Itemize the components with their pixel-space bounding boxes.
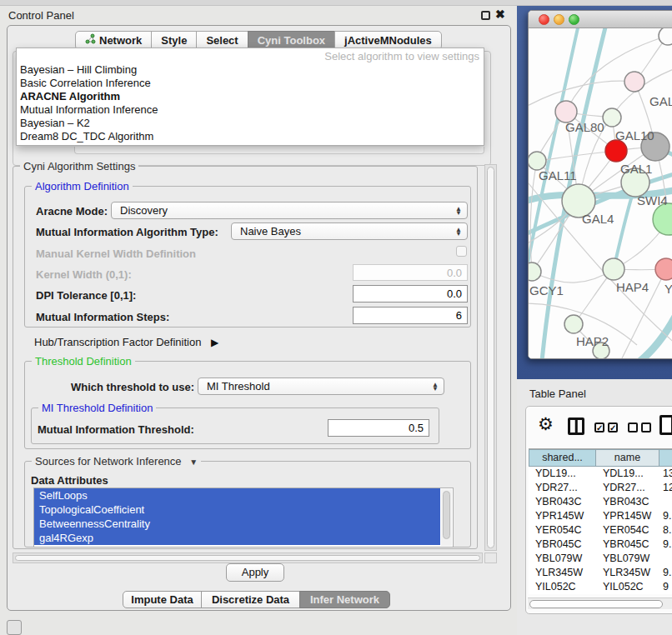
node-red-selected[interactable]: [605, 140, 627, 162]
checked-checkbox-icon[interactable]: ✓: [594, 422, 604, 432]
columns-icon[interactable]: [568, 418, 584, 435]
column-header-partial[interactable]: A: [659, 449, 672, 467]
group-title: Algorithm Definition: [32, 180, 133, 192]
table-row[interactable]: YDL19... YDL19... 13: [529, 467, 672, 481]
which-threshold-select[interactable]: MI Threshold ▲▼: [198, 378, 444, 395]
node-label: GAL4: [582, 212, 614, 226]
screen: Control Panel ✖ Network Style: [0, 0, 672, 635]
unchecked-checkbox-icon[interactable]: [641, 422, 651, 432]
column-header-shared-name[interactable]: shared...: [529, 449, 596, 467]
cell: YDL19...: [596, 467, 659, 481]
data-attributes-list[interactable]: SelfLoops TopologicalCoefficient Between…: [33, 488, 454, 548]
node-swi4[interactable]: [653, 203, 672, 235]
zoom-button[interactable]: [569, 14, 579, 25]
tab-label: Style: [161, 32, 187, 49]
attribute-item-selected[interactable]: gal4RGexp: [34, 531, 440, 545]
attribute-item-selected[interactable]: SelfLoops: [34, 488, 440, 502]
scrollbar-thumb[interactable]: [529, 600, 663, 608]
node-gcy1[interactable]: [529, 262, 541, 281]
cell: YER054C: [529, 523, 596, 538]
sources-title: Sources for Network Inference: [35, 455, 182, 468]
kernel-width-input[interactable]: 0.0: [353, 264, 468, 281]
table-row[interactable]: YER054C YER054C 8.: [529, 523, 672, 538]
node[interactable]: [659, 28, 672, 45]
attribute-item-selected[interactable]: TopologicalCoefficient: [34, 502, 440, 517]
float-panel-icon[interactable]: [481, 11, 490, 20]
page-icon[interactable]: [659, 415, 672, 435]
close-button[interactable]: [539, 14, 549, 25]
dropdown-item[interactable]: Bayesian – K2: [17, 117, 484, 130]
node-hap4[interactable]: [603, 258, 624, 280]
mi-threshold-input[interactable]: 0.5: [328, 419, 429, 437]
chevron-updown-icon: ▲▼: [432, 382, 439, 391]
cell: YBR043C: [529, 495, 596, 509]
checked-checkbox-icon[interactable]: ✓: [608, 422, 618, 432]
tab-infer-network[interactable]: Infer Network: [299, 591, 390, 608]
network-canvas[interactable]: GAL GAL80 GAL10 GAL1 GAL11 GAL4 SWI4 GCY…: [529, 28, 672, 359]
table-row[interactable]: YBR043C YBR043C: [529, 495, 672, 509]
hub-definition-toggle[interactable]: Hub/Transcription Factor Definition ▶: [34, 336, 218, 348]
network-graph: GAL GAL80 GAL10 GAL1 GAL11 GAL4 SWI4 GCY…: [529, 28, 672, 359]
table-panel: Table Panel ⚙ ✓ ✓ shared... name A YDL19…: [517, 379, 672, 635]
node-gal11[interactable]: [529, 152, 546, 170]
mi-type-select[interactable]: Naive Bayes ▲▼: [231, 222, 468, 240]
cell: 9: [659, 580, 672, 594]
dropdown-item[interactable]: Basic Correlation Inference: [17, 77, 484, 90]
aracne-mode-value: Discovery: [120, 204, 168, 217]
cell: YPR145W: [596, 509, 659, 523]
node-gal-partial[interactable]: [624, 72, 644, 92]
apply-button[interactable]: Apply: [226, 563, 284, 582]
collapsed-panel-button[interactable]: [7, 620, 22, 635]
table-horizontal-scrollbar[interactable]: [528, 598, 672, 609]
tab-impute-data[interactable]: Impute Data: [123, 591, 202, 608]
close-icon[interactable]: ✖: [495, 8, 505, 21]
minimize-button[interactable]: [554, 14, 564, 25]
table-row[interactable]: YBR045C YBR045C 9.: [529, 538, 672, 552]
dropdown-item[interactable]: Bayesian – Hill Climbing: [17, 63, 484, 77]
gear-icon[interactable]: ⚙: [538, 414, 554, 434]
attribute-item-selected[interactable]: BetweennessCentrality: [34, 517, 440, 531]
scrollbar-thumb[interactable]: [15, 555, 480, 561]
mi-threshold-label: Mutual Information Threshold:: [38, 423, 194, 436]
dpi-tolerance-input[interactable]: 0.0: [353, 285, 468, 302]
node-gal10[interactable]: [603, 108, 621, 127]
mi-steps-label: Mutual Information Steps:: [36, 311, 169, 323]
dropdown-placeholder: Select algorithm to view settings: [17, 48, 484, 63]
node-label: GCY1: [529, 283, 564, 298]
unchecked-checkbox-icon[interactable]: [628, 422, 638, 432]
table-row[interactable]: YIL052C YIL052C 9: [529, 580, 672, 594]
table-row[interactable]: YPR145W YPR145W 9.: [529, 509, 672, 523]
table-panel-title: Table Panel: [529, 388, 586, 400]
list-scrollbar[interactable]: [441, 489, 452, 546]
network-window-titlebar[interactable]: [529, 11, 672, 28]
algorithm-dropdown-popup: Select algorithm to view settings Bayesi…: [16, 48, 484, 146]
dropdown-item[interactable]: Dream8 DC_TDC Algorithm: [17, 130, 484, 143]
cell: YDL19...: [529, 467, 596, 481]
node-y-partial[interactable]: [655, 258, 672, 280]
dropdown-item-selected[interactable]: ARACNE Algorithm: [17, 90, 484, 103]
mi-type-value: Naive Bayes: [240, 225, 301, 238]
cell: 9.: [659, 509, 672, 523]
mi-steps-input[interactable]: 6: [353, 307, 468, 324]
scrollbar-thumb[interactable]: [487, 167, 494, 548]
cell: YBR043C: [596, 495, 659, 509]
dropdown-item[interactable]: Mutual Information Inference: [17, 103, 484, 117]
table-panel-card: ⚙ ✓ ✓ shared... name A YDL19... YDL19...…: [525, 406, 672, 614]
settings-vertical-scrollbar[interactable]: [484, 164, 497, 551]
tab-discretize-data[interactable]: Discretize Data: [201, 591, 300, 608]
table-row[interactable]: YDR27... YDR27... 12: [529, 481, 672, 495]
settings-horizontal-scrollbar[interactable]: [13, 552, 483, 563]
node-label: HAP4: [616, 280, 649, 294]
sources-toggle[interactable]: Sources for Network Inference ▼: [32, 455, 201, 468]
table-row[interactable]: YBL079W YBL079W: [529, 552, 672, 566]
scrollbar-thumb[interactable]: [443, 491, 450, 539]
manual-kernel-width-checkbox[interactable]: [456, 246, 467, 257]
network-window[interactable]: GAL GAL80 GAL10 GAL1 GAL11 GAL4 SWI4 GCY…: [528, 10, 672, 359]
node-hap2[interactable]: [564, 315, 583, 333]
aracne-mode-select[interactable]: Discovery ▲▼: [111, 202, 468, 219]
column-header-name[interactable]: name: [596, 449, 659, 467]
control-panel: Network Style Select Cyni Toolbox jActiv…: [7, 25, 511, 611]
group-title: Threshold Definition: [32, 355, 135, 368]
table-row[interactable]: YLR345W YLR345W 9.: [529, 566, 672, 580]
cell: YDR27...: [529, 481, 596, 495]
